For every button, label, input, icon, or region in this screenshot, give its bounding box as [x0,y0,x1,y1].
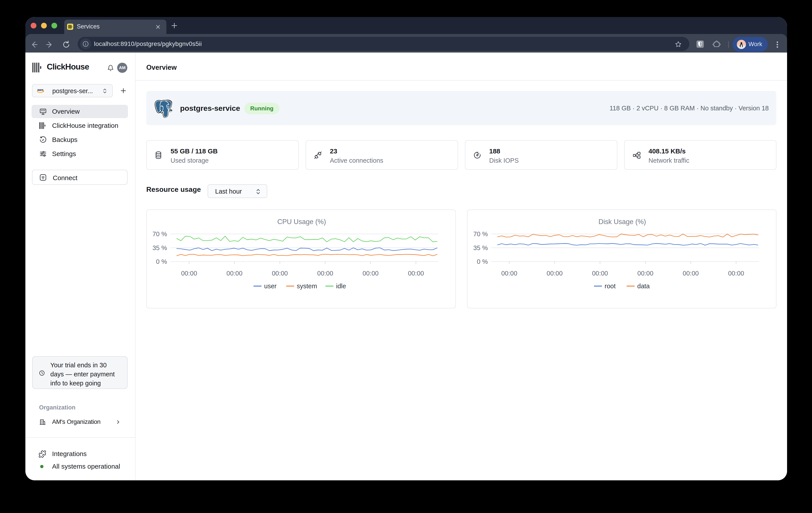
svg-text:35 %: 35 % [473,245,488,251]
svg-text:00:00: 00:00 [181,270,197,277]
svg-text:Disk Usage (%): Disk Usage (%) [599,218,646,226]
svg-text:system: system [297,283,317,290]
svg-text:0 %: 0 % [156,258,167,265]
svg-text:0 %: 0 % [477,258,488,265]
svg-text:00:00: 00:00 [637,270,654,277]
svg-text:root: root [605,283,616,290]
svg-text:00:00: 00:00 [317,270,334,277]
svg-text:00:00: 00:00 [408,270,424,277]
svg-text:00:00: 00:00 [362,270,379,277]
svg-text:user: user [264,283,277,290]
svg-text:00:00: 00:00 [226,270,242,277]
svg-text:00:00: 00:00 [272,270,288,277]
svg-text:35 %: 35 % [152,245,167,251]
svg-text:00:00: 00:00 [728,270,744,277]
svg-text:00:00: 00:00 [592,270,608,277]
svg-text:00:00: 00:00 [547,270,563,277]
svg-text:data: data [637,283,650,290]
svg-text:CPU Usage (%): CPU Usage (%) [278,218,326,226]
svg-text:aws: aws [37,88,44,92]
svg-text:70 %: 70 % [473,230,488,237]
svg-text:00:00: 00:00 [501,270,517,277]
svg-text:00:00: 00:00 [683,270,699,277]
svg-text:70 %: 70 % [152,230,167,237]
svg-text:idle: idle [336,283,346,290]
